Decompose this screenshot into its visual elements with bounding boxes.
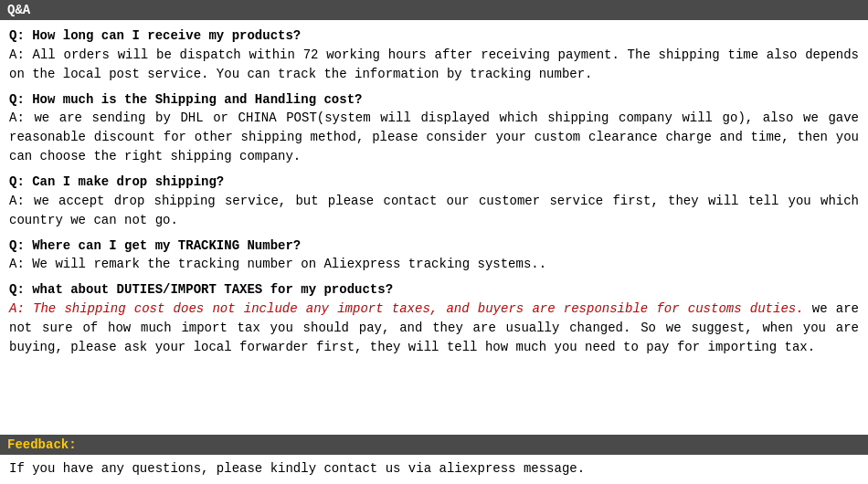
answer-5-red: A: The shipping cost does not include an…	[9, 301, 804, 316]
answer-2: A: we are sending by DHL or CHINA POST(s…	[9, 109, 859, 166]
answer-3: A: we accept drop shipping service, but …	[9, 192, 859, 230]
qa-item-5: Q: what about DUTIES/IMPORT TAXES for my…	[9, 281, 859, 357]
question-1: Q: How long can I receive my products?	[9, 27, 859, 46]
feedback-text: If you have any questions, please kindly…	[9, 460, 859, 479]
qa-item-2: Q: How much is the Shipping and Handling…	[9, 91, 859, 167]
answer-1: A: All orders will be dispatch within 72…	[9, 46, 859, 84]
qa-header: Q&A	[0, 0, 868, 20]
qa-item-1: Q: How long can I receive my products? A…	[9, 27, 859, 84]
qa-section: Q: How long can I receive my products? A…	[0, 20, 868, 435]
question-3: Q: Can I make drop shipping?	[9, 174, 859, 192]
question-4: Q: Where can I get my TRACKING Number?	[9, 237, 859, 256]
main-container: Q&A Q: How long can I receive my product…	[0, 0, 868, 484]
answer-5: A: The shipping cost does not include an…	[9, 300, 859, 357]
feedback-section: If you have any questions, please kindly…	[0, 455, 868, 484]
qa-item-3: Q: Can I make drop shipping? A: we accep…	[9, 174, 859, 230]
answer-4: A: We will remark the tracking number on…	[9, 255, 859, 274]
question-5: Q: what about DUTIES/IMPORT TAXES for my…	[9, 281, 859, 300]
feedback-header: Feedback:	[0, 435, 868, 455]
question-2: Q: How much is the Shipping and Handling…	[9, 91, 859, 110]
qa-item-4: Q: Where can I get my TRACKING Number? A…	[9, 237, 859, 275]
